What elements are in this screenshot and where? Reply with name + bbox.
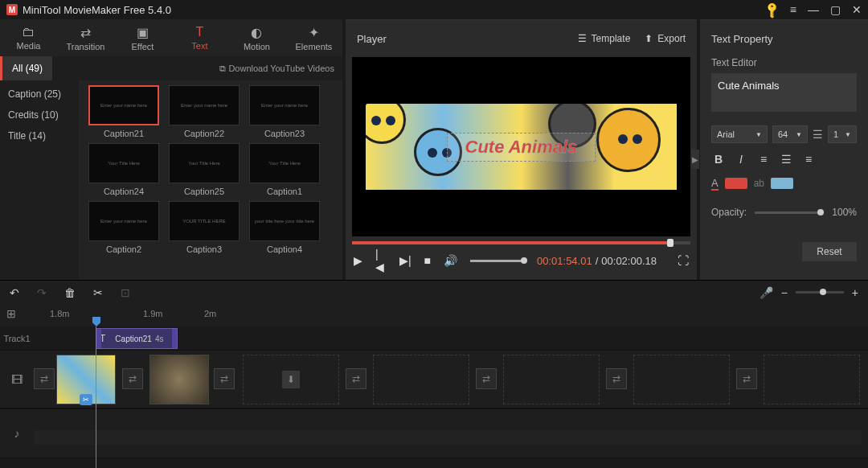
library-panel: 🗀Media ⇄Transition ▣Effect TText ◐Motion…: [0, 19, 342, 280]
caption-template-thumb[interactable]: Your Title Here: [88, 143, 159, 183]
zoom-out-button[interactable]: −: [781, 286, 788, 299]
download-youtube-link[interactable]: ⧉ Download YouTube Videos: [219, 56, 342, 80]
empty-slot[interactable]: [373, 355, 469, 404]
redo-button[interactable]: ↷: [37, 286, 47, 299]
bold-button[interactable]: B: [711, 153, 726, 166]
drop-media-slot[interactable]: ⬇: [243, 355, 339, 404]
panel-collapse-toggle[interactable]: ▶: [691, 150, 699, 169]
align-center-button[interactable]: ☰: [779, 153, 793, 166]
preview-area[interactable]: Cute Animals: [352, 57, 690, 236]
opacity-slider[interactable]: [755, 211, 824, 214]
play-button[interactable]: ▶: [354, 254, 362, 267]
highlight-label: ab: [754, 178, 764, 189]
text-input[interactable]: [711, 73, 857, 112]
transition-slot[interactable]: ⇄: [34, 368, 55, 389]
caption-template-thumb[interactable]: Enter your name here: [88, 85, 159, 125]
text-clip-duration: 4s: [155, 335, 164, 343]
text-color-label: A: [711, 177, 719, 189]
zoom-in-button[interactable]: +: [852, 286, 858, 299]
tab-transition[interactable]: ⇄Transition: [57, 19, 114, 56]
track1-label: Track1: [0, 334, 34, 343]
transition-slot[interactable]: ⇄: [476, 368, 497, 389]
font-family-select[interactable]: Arial▼: [711, 125, 768, 143]
license-key-icon[interactable]: 🔑: [763, 0, 781, 18]
transition-slot[interactable]: ⇄: [214, 368, 235, 389]
clip-handle-right[interactable]: [172, 329, 177, 348]
transition-slot[interactable]: ⇄: [122, 368, 143, 389]
player-panel: Player ☰Template ⬆Export Cute Animals ▶ …: [346, 19, 697, 280]
undo-button[interactable]: ↶: [10, 286, 19, 299]
caption-template-thumb[interactable]: your title here your title here: [249, 201, 320, 241]
delete-button[interactable]: 🗑: [64, 286, 76, 299]
text-color-swatch[interactable]: [725, 178, 747, 189]
empty-slot[interactable]: [764, 355, 860, 404]
video-track[interactable]: 🎞 ⇄ ✂ ⇄ ⇄ ⬇ ⇄ ⇄ ⇄ ⇄: [0, 351, 868, 408]
category-caption[interactable]: Caption (25): [0, 84, 79, 105]
line-height-icon[interactable]: ☰: [813, 128, 823, 141]
volume-icon[interactable]: 🔊: [444, 254, 457, 267]
empty-slot[interactable]: [633, 355, 730, 404]
thumb-label: Caption3: [186, 244, 222, 254]
tab-effect[interactable]: ▣Effect: [114, 19, 171, 56]
text-icon: T: [196, 25, 204, 39]
volume-slider[interactable]: [470, 260, 524, 262]
next-frame-button[interactable]: ▶|: [399, 254, 411, 267]
italic-button[interactable]: I: [734, 153, 748, 166]
text-clip[interactable]: T Caption21 4s: [96, 328, 178, 349]
caption-template-thumb[interactable]: Enter your name here: [88, 201, 159, 241]
maximize-button[interactable]: ▢: [830, 3, 841, 16]
prev-frame-button[interactable]: |◀: [375, 248, 387, 273]
align-left-button[interactable]: ≡: [756, 153, 771, 166]
audio-track[interactable]: ♪: [0, 408, 868, 458]
template-button[interactable]: ☰Template: [578, 33, 631, 44]
zoom-slider[interactable]: [796, 291, 844, 294]
tab-text[interactable]: TText: [171, 19, 228, 56]
transition-slot[interactable]: ⇄: [346, 368, 366, 389]
menu-icon[interactable]: ≡: [790, 3, 796, 16]
seek-bar[interactable]: [352, 241, 690, 244]
audio-lane[interactable]: [34, 430, 862, 445]
font-size-select[interactable]: 64▼: [772, 125, 808, 143]
align-right-button[interactable]: ≡: [801, 153, 816, 166]
main-tabs: 🗀Media ⇄Transition ▣Effect TText ◐Motion…: [0, 19, 342, 56]
timeline-toolbar: ↶ ↷ 🗑 ✂ ⊡ 🎤 − +: [0, 280, 868, 304]
caption-template-thumb[interactable]: Enter your name here: [169, 85, 240, 125]
caption-template-thumb[interactable]: Enter your name here: [249, 85, 320, 125]
chevron-down-icon: ▼: [755, 131, 762, 138]
transition-slot[interactable]: ⇄: [736, 368, 757, 389]
category-title[interactable]: Title (14): [0, 125, 79, 146]
caption-template-thumb[interactable]: YOUR TITLE HERE: [169, 201, 240, 241]
category-list: Caption (25) Credits (10) Title (14): [0, 80, 79, 280]
fullscreen-button[interactable]: ⛶: [678, 254, 689, 267]
tab-media[interactable]: 🗀Media: [0, 19, 57, 56]
timeline-ruler[interactable]: ⊞ 1.8m 1.9m 2m: [0, 304, 868, 326]
thumb-placeholder-text: Enter your name here: [181, 103, 227, 108]
empty-slot[interactable]: [503, 355, 600, 404]
timeline-audio-icon[interactable]: 🎤: [760, 286, 773, 299]
caption-overlay[interactable]: Cute Animals: [447, 133, 596, 162]
subcat-all[interactable]: All (49): [0, 56, 52, 80]
app-title: MiniTool MovieMaker Free 5.4.0: [23, 4, 765, 16]
tab-elements[interactable]: ✦Elements: [285, 19, 342, 56]
clip-handle-left[interactable]: [96, 329, 101, 348]
category-credits[interactable]: Credits (10): [0, 105, 79, 125]
close-button[interactable]: ✕: [852, 3, 862, 16]
caption-template-thumb[interactable]: Your Title Here: [169, 143, 240, 183]
highlight-color-swatch[interactable]: [771, 178, 793, 189]
transition-slot[interactable]: ⇄: [606, 368, 627, 389]
playhead[interactable]: [92, 317, 100, 326]
minimize-button[interactable]: —: [808, 3, 819, 16]
export-button[interactable]: ⬆Export: [645, 33, 686, 44]
tab-motion[interactable]: ◐Motion: [228, 19, 285, 56]
text-track[interactable]: Track1 T Caption21 4s: [0, 326, 868, 351]
line-spacing-select[interactable]: 1▼: [828, 125, 857, 143]
split-button[interactable]: ✂: [93, 286, 103, 299]
title-bar: M MiniTool MovieMaker Free 5.4.0 🔑 ≡ — ▢…: [0, 0, 868, 19]
video-clip-1[interactable]: ✂: [56, 355, 116, 404]
reset-button[interactable]: Reset: [802, 242, 857, 261]
crop-button[interactable]: ⊡: [121, 286, 130, 299]
video-clip-2[interactable]: [149, 355, 209, 404]
stop-button[interactable]: ■: [424, 254, 431, 267]
fit-timeline-button[interactable]: ⊞: [6, 307, 16, 320]
caption-template-thumb[interactable]: Your Title Here: [249, 143, 320, 183]
